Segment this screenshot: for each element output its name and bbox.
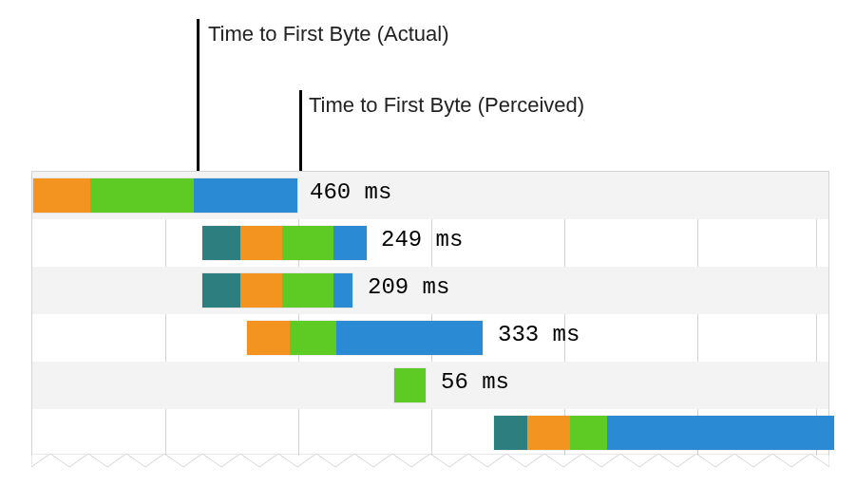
request-bar xyxy=(393,367,427,403)
seg-dns xyxy=(494,416,527,450)
seg-download xyxy=(194,178,297,213)
waterfall-row xyxy=(32,409,828,457)
request-bar xyxy=(246,320,484,356)
chart-area: 460 ms 249 ms 209 ms xyxy=(31,171,829,456)
seg-download xyxy=(333,273,352,308)
seg-connect xyxy=(240,273,282,308)
duration-label: 56 ms xyxy=(441,369,509,395)
duration-label: 209 ms xyxy=(368,274,449,300)
duration-label: 249 ms xyxy=(381,227,463,252)
seg-ttfb xyxy=(394,368,426,402)
seg-dns xyxy=(202,226,240,260)
seg-connect xyxy=(527,416,570,450)
seg-download xyxy=(336,321,483,355)
annotation-actual-label: Time to First Byte (Actual) xyxy=(208,22,448,47)
request-bar xyxy=(201,272,353,308)
seg-ttfb xyxy=(282,226,333,260)
request-bar xyxy=(493,415,835,451)
annotation-perceived-label: Time to First Byte (Perceived) xyxy=(309,93,584,118)
waterfall-chart: Time to First Byte (Actual) Time to Firs… xyxy=(0,0,856,504)
seg-dns xyxy=(202,273,240,308)
seg-ttfb xyxy=(570,416,608,450)
seg-ttfb xyxy=(90,178,194,213)
duration-label: 460 ms xyxy=(310,179,391,205)
seg-connect xyxy=(33,178,90,213)
waterfall-row: 209 ms xyxy=(32,267,828,314)
seg-download xyxy=(333,226,367,260)
waterfall-row: 460 ms xyxy=(32,172,828,219)
request-bar xyxy=(201,225,368,261)
seg-connect xyxy=(247,321,290,355)
torn-edge xyxy=(31,454,829,482)
seg-download xyxy=(607,416,834,450)
seg-ttfb xyxy=(282,273,333,308)
waterfall-row: 333 ms xyxy=(32,314,828,362)
request-bar xyxy=(32,177,298,214)
duration-label: 333 ms xyxy=(498,322,580,347)
marker-actual xyxy=(197,19,200,180)
waterfall-row: 56 ms xyxy=(32,362,828,409)
seg-ttfb xyxy=(290,321,337,355)
marker-perceived xyxy=(299,90,302,180)
seg-connect xyxy=(240,226,282,260)
waterfall-row: 249 ms xyxy=(32,219,828,267)
